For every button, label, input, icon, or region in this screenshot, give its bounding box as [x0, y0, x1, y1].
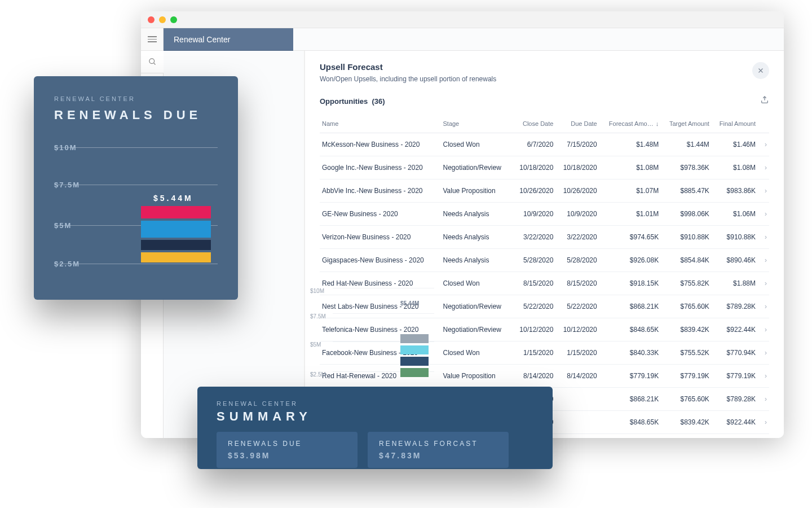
svg-line-1 — [153, 63, 155, 64]
row-expand-button[interactable]: › — [758, 388, 769, 411]
cell-forecast: $918.15K — [599, 272, 661, 295]
cell-forecast: $1.48M — [599, 133, 661, 156]
cell-name: Gigaspaces-New Business - 2020 — [320, 249, 440, 272]
renewals-due-eyebrow: RENEWAL CENTER — [54, 95, 218, 102]
cell-target: $755.82K — [661, 272, 712, 295]
cell-close-date: 8/15/2020 — [512, 272, 555, 295]
cell-stage: Closed Won — [440, 133, 512, 156]
cell-stage: Negotiation/Review — [440, 318, 512, 341]
cell-final: $789.28K — [712, 295, 758, 318]
summary-box-2-label: RENEWALS FORCAST — [379, 440, 497, 448]
cell-target: $765.60K — [661, 295, 712, 318]
cell-target: $765.60K — [661, 388, 712, 411]
col-close-date[interactable]: Close Date — [512, 115, 555, 133]
cell-final: $789.28K — [712, 388, 758, 411]
cell-target: $854.84K — [661, 249, 712, 272]
cell-close-date: 10/26/2020 — [512, 179, 555, 203]
summary-box-1-value: $53.98M — [228, 451, 346, 460]
mini-chart-callout: $5.44M — [400, 300, 419, 306]
summary-box-renewals-forecast[interactable]: RENEWALS FORCAST $47.83M — [368, 432, 509, 468]
col-due-date[interactable]: Due Date — [555, 115, 599, 133]
cell-forecast: $1.01M — [599, 203, 661, 226]
cell-stage: Negotiation/Review — [440, 156, 512, 179]
summary-box-renewals-due[interactable]: RENEWALS DUE $53.98M — [217, 432, 358, 468]
cell-name: AbbVie Inc.-New Business - 2020 — [320, 179, 440, 203]
table-row[interactable]: GE-New Business - 2020Needs Analysis10/9… — [320, 203, 769, 226]
search-button[interactable] — [141, 51, 164, 73]
row-expand-button[interactable]: › — [758, 156, 769, 179]
row-expand-button[interactable]: › — [758, 411, 769, 434]
cell-final: $922.44K — [712, 318, 758, 341]
cell-name: McKesson-New Business - 2020 — [320, 133, 440, 156]
cell-target: $1.44M — [661, 133, 712, 156]
summary-card: RENEWAL CENTER SUMMARY RENEWALS DUE $53.… — [197, 387, 553, 469]
table-row[interactable]: McKesson-New Business - 2020Closed Won6/… — [320, 133, 769, 156]
close-window-icon[interactable] — [148, 16, 155, 23]
rd-bar-segment — [141, 252, 211, 262]
cell-final: $1.08M — [712, 156, 758, 179]
opportunities-label: Opportunities — [320, 97, 368, 106]
page-title: Renewal Center — [164, 28, 293, 51]
cell-stage: Needs Analysis — [440, 249, 512, 272]
search-icon — [148, 58, 157, 66]
menu-button[interactable] — [141, 28, 164, 51]
row-expand-button[interactable]: › — [758, 295, 769, 318]
rd-bar-segment — [141, 221, 211, 238]
cell-due-date: 7/15/2020 — [555, 133, 599, 156]
cell-due-date: 10/12/2020 — [555, 318, 599, 341]
cell-close-date: 10/9/2020 — [512, 203, 555, 226]
cell-due-date: 10/18/2020 — [555, 156, 599, 179]
rd-tick-7-5m: $7.5M — [54, 181, 80, 189]
svg-point-0 — [149, 59, 154, 64]
cell-due-date: 10/26/2020 — [555, 179, 599, 203]
toolbar-spacer — [293, 28, 784, 51]
table-row[interactable]: Verizon-New Business - 2020Needs Analysi… — [320, 226, 769, 249]
renewals-due-chart: $10M $7.5M $5.44M $5M $2.5M — [54, 147, 218, 277]
summary-box-2-value: $47.83M — [379, 451, 497, 460]
col-target-amount[interactable]: Target Amount — [661, 115, 712, 133]
mini-tick-5m: $5M — [310, 341, 321, 348]
row-expand-button[interactable]: › — [758, 365, 769, 388]
col-forecast-amount[interactable]: Forecast Amo…↓ — [599, 115, 661, 133]
table-row[interactable]: Gigaspaces-New Business - 2020Needs Anal… — [320, 249, 769, 272]
minimize-window-icon[interactable] — [159, 16, 166, 23]
close-panel-button[interactable] — [752, 62, 769, 79]
col-stage[interactable]: Stage — [440, 115, 512, 133]
row-expand-button[interactable]: › — [758, 203, 769, 226]
cell-final: $910.88K — [712, 226, 758, 249]
row-expand-button[interactable]: › — [758, 133, 769, 156]
mini-tick-2-5m: $2.5M — [310, 371, 326, 378]
cell-target: $910.88K — [661, 226, 712, 249]
summary-eyebrow: RENEWAL CENTER — [217, 400, 533, 407]
cell-due-date: 5/22/2020 — [555, 295, 599, 318]
row-expand-button[interactable]: › — [758, 179, 769, 203]
row-expand-button[interactable]: › — [758, 341, 769, 365]
table-row[interactable]: AbbVie Inc.-New Business - 2020Value Pro… — [320, 179, 769, 203]
row-expand-button[interactable]: › — [758, 226, 769, 249]
cell-stage: Needs Analysis — [440, 226, 512, 249]
rd-callout: $5.44M — [153, 194, 193, 203]
row-expand-button[interactable]: › — [758, 249, 769, 272]
cell-close-date: 10/18/2020 — [512, 156, 555, 179]
cell-due-date: 8/15/2020 — [555, 272, 599, 295]
cell-forecast: $926.08K — [599, 249, 661, 272]
row-expand-button[interactable]: › — [758, 318, 769, 341]
table-row[interactable]: Google Inc.-New Business - 2020Negotiati… — [320, 156, 769, 179]
cell-due-date: 3/22/2020 — [555, 226, 599, 249]
col-forecast-amount-text: Forecast Amo… — [609, 120, 654, 127]
rd-bar-segment — [141, 240, 211, 250]
cell-stage: Closed Won — [440, 341, 512, 365]
cell-forecast: $868.21K — [599, 295, 661, 318]
cell-final: $983.86K — [712, 179, 758, 203]
mini-tick-10m: $10M — [310, 288, 324, 294]
row-expand-button[interactable]: › — [758, 272, 769, 295]
mini-bar-segment — [400, 345, 429, 354]
export-button[interactable] — [760, 95, 769, 107]
cell-final: $1.88M — [712, 272, 758, 295]
cell-due-date: 1/15/2020 — [555, 341, 599, 365]
cell-stage: Value Proposition — [440, 365, 512, 388]
cell-target: $978.36K — [661, 156, 712, 179]
maximize-window-icon[interactable] — [170, 16, 177, 23]
col-name[interactable]: Name — [320, 115, 440, 133]
col-final-amount[interactable]: Final Amount — [712, 115, 758, 133]
